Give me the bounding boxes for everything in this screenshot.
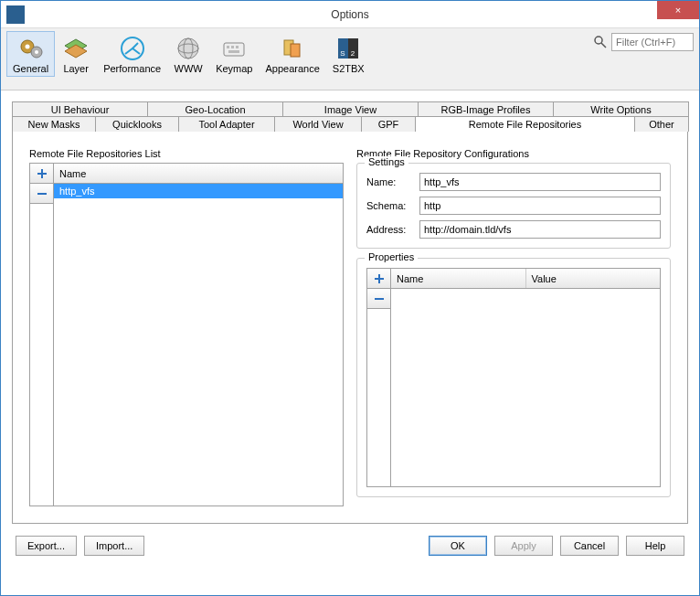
tab-write-options[interactable]: Write Options <box>553 101 689 117</box>
tab-remote-repositories[interactable]: Remote File Repositories <box>415 116 635 132</box>
plus-icon <box>36 167 48 180</box>
prop-header-value: Value <box>526 269 661 288</box>
tab-quicklooks[interactable]: Quicklooks <box>95 116 179 132</box>
tab-gpf[interactable]: GPF <box>361 116 416 132</box>
prop-rows <box>391 289 660 486</box>
tab-other[interactable]: Other <box>634 116 689 132</box>
toolbar-performance[interactable]: Performance <box>97 31 167 77</box>
tab-tool-adapter[interactable]: Tool Adapter <box>178 116 275 132</box>
plus-icon <box>373 272 386 285</box>
window-title: Options <box>331 8 368 21</box>
export-button[interactable]: Export... <box>16 536 77 556</box>
layers-icon <box>61 34 90 63</box>
svg-text:S: S <box>341 49 345 58</box>
svg-rect-15 <box>228 50 239 53</box>
ok-button[interactable]: OK <box>429 536 487 556</box>
appearance-icon <box>278 34 307 63</box>
svg-rect-11 <box>224 43 244 56</box>
svg-line-7 <box>133 43 138 48</box>
tab-ui-behaviour[interactable]: UI Behaviour <box>12 101 148 117</box>
address-field[interactable] <box>419 220 661 239</box>
tab-rgb-profiles[interactable]: RGB-Image Profiles <box>418 101 554 117</box>
apply-button[interactable]: Apply <box>494 536 553 556</box>
remove-repo-button[interactable] <box>30 184 53 204</box>
remove-property-button[interactable] <box>367 289 390 309</box>
help-button[interactable]: Help <box>626 536 684 556</box>
name-field[interactable] <box>419 173 661 191</box>
toolbar-general[interactable]: General <box>6 31 55 77</box>
globe-icon <box>174 34 203 63</box>
toolbar-keymap[interactable]: Keymap <box>209 31 259 77</box>
tab-new-masks[interactable]: New Masks <box>12 116 96 132</box>
repo-list-header-name: Name <box>54 164 343 184</box>
minus-icon <box>36 187 48 200</box>
import-button[interactable]: Import... <box>84 536 144 556</box>
svg-point-1 <box>25 45 29 49</box>
toolbar-s2tbx[interactable]: S2 S2TBX <box>326 31 371 77</box>
svg-text:2: 2 <box>351 49 355 58</box>
svg-rect-12 <box>227 46 229 48</box>
toolbar-appearance[interactable]: Appearance <box>259 31 325 77</box>
repo-list: Name http_vfs <box>29 163 344 506</box>
schema-label: Schema: <box>366 200 419 211</box>
toolbar-layer[interactable]: Layer <box>55 31 97 77</box>
search-area <box>593 33 694 51</box>
name-label: Name: <box>366 176 419 187</box>
list-item[interactable]: http_vfs <box>54 184 343 198</box>
cancel-button[interactable]: Cancel <box>560 536 619 556</box>
tab-world-view[interactable]: World View <box>274 116 362 132</box>
add-repo-button[interactable] <box>30 164 53 184</box>
svg-rect-13 <box>231 46 234 48</box>
schema-field[interactable] <box>419 197 661 215</box>
add-property-button[interactable] <box>367 269 390 289</box>
repo-list-title: Remote File Repositories List <box>29 148 344 159</box>
close-button[interactable]: × <box>657 1 699 19</box>
settings-group: Settings Name: Schema: Address: <box>356 163 671 249</box>
keyboard-icon <box>219 34 249 63</box>
svg-point-22 <box>595 37 602 44</box>
minus-icon <box>373 293 386 305</box>
tab-geo-location[interactable]: Geo-Location <box>147 101 283 117</box>
address-label: Address: <box>366 224 419 235</box>
svg-rect-17 <box>291 44 300 57</box>
toolbar-www[interactable]: WWW <box>167 31 209 77</box>
gauge-icon <box>118 34 147 63</box>
svg-point-3 <box>35 50 38 54</box>
properties-group: Properties Name Value <box>356 258 671 497</box>
app-icon <box>6 5 25 24</box>
svg-line-23 <box>601 43 606 48</box>
search-icon <box>593 35 608 49</box>
titlebar: Options × <box>1 1 699 28</box>
gears-icon <box>16 34 46 63</box>
tab-image-view[interactable]: Image View <box>282 101 419 117</box>
prop-header-name: Name <box>391 269 526 288</box>
svg-point-8 <box>178 38 198 59</box>
toolbar: General Layer Performance WWW Keymap App… <box>1 28 699 90</box>
svg-rect-14 <box>236 46 239 48</box>
search-input[interactable] <box>611 33 694 51</box>
s2tbx-icon: S2 <box>334 34 363 63</box>
footer: Export... Import... OK Apply Cancel Help <box>1 524 699 568</box>
